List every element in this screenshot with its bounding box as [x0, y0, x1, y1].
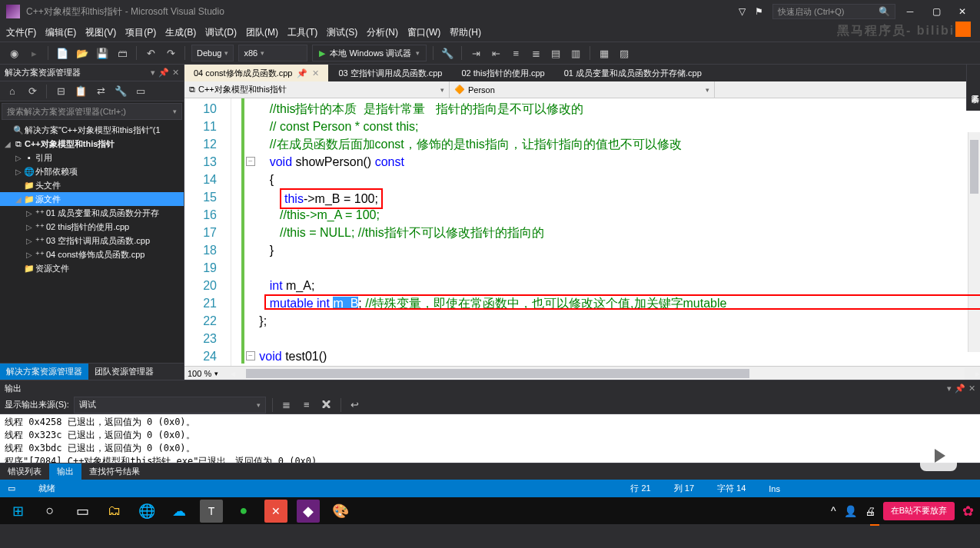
close-tab-icon[interactable]: ✕: [312, 68, 319, 78]
output-source-combo[interactable]: 调试▾: [74, 397, 266, 413]
nav-fwd-button[interactable]: ▸: [26, 45, 42, 61]
start-debug-button[interactable]: ▶本地 Windows 调试器▾: [312, 45, 427, 61]
tree-item[interactable]: ▷🌐外部依赖项: [0, 164, 184, 178]
code-viewport[interactable]: 101112131415161718192021222324 //this指针的…: [184, 98, 980, 366]
show-all-icon[interactable]: 📋: [73, 84, 88, 99]
explorer-icon[interactable]: 🗂: [103, 500, 126, 523]
indent-icon[interactable]: ≡: [508, 45, 523, 61]
bilibili-banner[interactable]: 在B站不要放弃: [883, 502, 955, 520]
menu-item[interactable]: 视图(V): [85, 26, 116, 39]
output-tab[interactable]: 错误列表: [0, 463, 49, 480]
outdent-icon[interactable]: ≣: [528, 45, 543, 61]
video-play-button[interactable]: [920, 440, 957, 471]
output-body[interactable]: 线程 0x4258 已退出，返回值为 0 (0x0)。 线程 0x323c 已退…: [0, 414, 980, 463]
file-tab[interactable]: 01 成员变量和成员函数分开存储.cpp: [555, 65, 712, 81]
nav-project-combo[interactable]: ⧉C++对象模型和this指针▾: [184, 81, 450, 98]
tree-item[interactable]: ▷⁺⁺02 this指针的使用.cpp: [0, 220, 184, 234]
tray-ai-icon[interactable]: ✿: [962, 503, 974, 520]
comment-icon[interactable]: ▤: [548, 45, 563, 61]
pin-icon[interactable]: 📌: [297, 68, 307, 78]
new-project-icon[interactable]: 📄: [55, 45, 70, 61]
tray-up-icon[interactable]: ^: [831, 505, 836, 517]
cortana-icon[interactable]: ○: [38, 500, 61, 523]
tree-item[interactable]: ▷⁺⁺03 空指针调用成员函数.cpp: [0, 234, 184, 247]
out-dropdown-icon[interactable]: ▾: [947, 384, 952, 394]
menu-item[interactable]: 测试(S): [327, 26, 357, 39]
solution-tab[interactable]: 团队资源管理器: [88, 364, 160, 380]
tb-icon-1[interactable]: 🔧: [440, 45, 455, 61]
nav-back-button[interactable]: ◉: [6, 45, 22, 61]
file-tab[interactable]: 03 空指针调用成员函数.cpp: [329, 65, 452, 81]
dropdown-icon[interactable]: ▾: [151, 68, 155, 78]
quick-launch-input[interactable]: 快速启动 (Ctrl+Q)🔍: [772, 4, 895, 19]
solution-tab[interactable]: 解决方案资源管理器: [0, 364, 88, 380]
nav-member-combo[interactable]: ▾: [715, 81, 980, 98]
out-close-icon[interactable]: ✕: [968, 384, 975, 394]
menu-item[interactable]: 帮助(H): [450, 26, 481, 39]
platform-combo[interactable]: x86▾: [238, 45, 307, 61]
maximize-button[interactable]: ▢: [925, 4, 948, 19]
bookmark-icon[interactable]: ▦: [596, 45, 612, 61]
step-icon[interactable]: ⇥: [468, 45, 483, 61]
menu-item[interactable]: 文件(F): [6, 26, 36, 39]
tree-item[interactable]: ▷⁺⁺01 成员变量和成员函数分开存: [0, 206, 184, 220]
menu-item[interactable]: 工具(T): [287, 26, 317, 39]
menu-item[interactable]: 项目(P): [125, 26, 156, 39]
file-tab[interactable]: 02 this指针的使用.cpp: [452, 65, 554, 81]
menu-item[interactable]: 团队(M): [246, 26, 278, 39]
menu-item[interactable]: 分析(N): [367, 26, 398, 39]
undo-icon[interactable]: ↶: [143, 45, 158, 61]
out-goto-icon[interactable]: ≡: [299, 397, 314, 413]
menu-item[interactable]: 调试(D): [205, 26, 237, 39]
menu-item[interactable]: 编辑(E): [45, 26, 76, 39]
paint-icon[interactable]: 🎨: [329, 500, 352, 523]
output-tab[interactable]: 查找符号结果: [81, 463, 148, 480]
out-clear-icon[interactable]: 🗙: [319, 397, 334, 413]
close-button[interactable]: ✕: [951, 4, 974, 19]
line-icon[interactable]: ⇤: [488, 45, 503, 61]
nav-class-combo[interactable]: 🔶Person▾: [450, 81, 715, 98]
tree-item[interactable]: 🔍解决方案"C++对象模型和this指针"(1: [0, 123, 184, 137]
scrollbar-horizontal[interactable]: [246, 367, 965, 380]
out-wrap-icon[interactable]: ↩: [347, 397, 363, 413]
start-button[interactable]: ⊞: [6, 500, 29, 523]
task-view-icon[interactable]: ▭: [71, 500, 94, 523]
browser-icon[interactable]: 🌐: [135, 500, 158, 523]
out-pin-icon[interactable]: 📌: [955, 384, 965, 394]
collapse-icon[interactable]: ⊟: [53, 84, 68, 99]
tree-item[interactable]: ▷⁺⁺04 const修饰成员函数.cpp: [0, 247, 184, 261]
scroll-right-icon[interactable]: ▸: [975, 368, 980, 379]
tree-item[interactable]: 📁头文件: [0, 178, 184, 192]
uncomment-icon[interactable]: ▥: [568, 45, 583, 61]
save-icon[interactable]: 💾: [95, 45, 110, 61]
home-icon[interactable]: ⌂: [5, 84, 20, 99]
preview-icon[interactable]: ▭: [133, 84, 148, 99]
tree-item[interactable]: ◢⧉C++对象模型和this指针: [0, 137, 184, 151]
out-find-icon[interactable]: ≣: [279, 397, 294, 413]
code-content[interactable]: //this指针的本质 是指针常量 指针的指向是不可以修改的 // const …: [241, 98, 980, 366]
xmind-icon[interactable]: ✕: [264, 500, 287, 523]
tree-item[interactable]: ◢📁源文件: [0, 192, 184, 206]
zoom-combo[interactable]: 100 %▾: [184, 369, 231, 378]
next-bm-icon[interactable]: ▨: [616, 45, 632, 61]
file-tab[interactable]: 04 const修饰成员函数.cpp📌✕: [184, 65, 329, 81]
redo-icon[interactable]: ↷: [163, 45, 178, 61]
save-all-icon[interactable]: 🗃: [115, 45, 130, 61]
vs-taskbar-icon[interactable]: ◆: [297, 500, 320, 523]
refresh-icon[interactable]: ⟳: [25, 84, 40, 99]
tree-item[interactable]: 📁资源文件: [0, 261, 184, 275]
menu-item[interactable]: 窗口(W): [407, 26, 440, 39]
open-file-icon[interactable]: 📂: [75, 45, 90, 61]
feedback-icon[interactable]: ⚑: [755, 6, 763, 17]
properties-icon[interactable]: 🔧: [113, 84, 128, 99]
tree-item[interactable]: ▷▪引用: [0, 151, 184, 164]
minimize-button[interactable]: ─: [899, 4, 922, 19]
cloud-icon[interactable]: ☁: [168, 500, 191, 523]
sync-icon[interactable]: ⇄: [93, 84, 108, 99]
tray-people-icon[interactable]: 👤: [844, 505, 857, 517]
config-combo[interactable]: Debug▾: [191, 45, 234, 61]
close-panel-icon[interactable]: ✕: [172, 68, 179, 78]
solution-search-input[interactable]: 搜索解决方案资源管理器(Ctrl+;)▾: [2, 103, 182, 120]
scroll-left-icon[interactable]: ◂: [231, 368, 235, 379]
scrollbar-vertical[interactable]: [968, 132, 980, 352]
